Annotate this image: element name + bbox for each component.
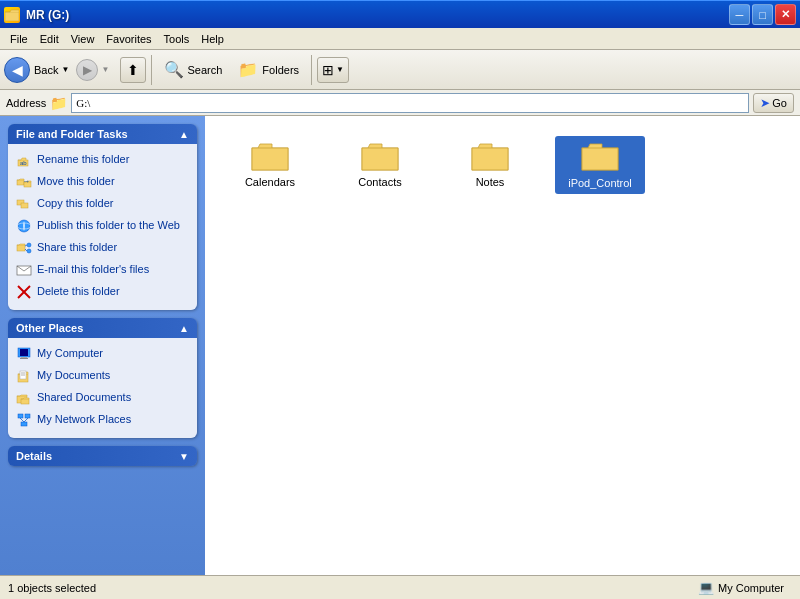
share-folder-item[interactable]: Share this folder xyxy=(14,238,191,258)
main-layout: File and Folder Tasks ▲ ab Rename this f… xyxy=(0,116,800,575)
copy-icon xyxy=(16,196,32,212)
up-button[interactable]: ⬆ xyxy=(120,57,146,83)
share-folder-label: Share this folder xyxy=(37,240,117,254)
views-button[interactable]: ⊞ ▼ xyxy=(317,57,349,83)
title-buttons: ─ □ ✕ xyxy=(729,4,796,25)
forward-icon: ▶ xyxy=(83,63,92,77)
views-icon: ⊞ xyxy=(322,62,334,78)
folder-contacts-label: Contacts xyxy=(358,176,401,188)
move-folder-item[interactable]: → Move this folder xyxy=(14,172,191,192)
svg-rect-29 xyxy=(25,414,30,418)
folder-calendars-label: Calendars xyxy=(245,176,295,188)
email-folder-item[interactable]: E-mail this folder's files xyxy=(14,260,191,280)
address-bar: Address 📁 ➤ Go xyxy=(0,90,800,116)
file-folder-tasks-header: File and Folder Tasks ▲ xyxy=(8,124,197,144)
search-button[interactable]: 🔍 Search xyxy=(157,53,230,87)
forward-button[interactable]: ▶ xyxy=(76,59,98,81)
copy-folder-item[interactable]: Copy this folder xyxy=(14,194,191,214)
search-icon: 🔍 xyxy=(164,60,184,79)
menu-tools[interactable]: Tools xyxy=(158,31,196,47)
delete-folder-label: Delete this folder xyxy=(37,284,120,298)
my-network-item[interactable]: My Network Places xyxy=(14,410,191,430)
share-icon xyxy=(16,240,32,256)
status-right: 💻 My Computer xyxy=(698,580,792,595)
my-documents-label: My Documents xyxy=(37,368,110,382)
svg-rect-28 xyxy=(18,414,23,418)
window-title: MR (G:) xyxy=(26,8,729,22)
details-section: Details ▼ xyxy=(8,446,197,466)
svg-rect-36 xyxy=(582,148,618,170)
back-icon: ◀ xyxy=(12,62,23,78)
other-places-chevron[interactable]: ▲ xyxy=(179,323,189,334)
copy-folder-label: Copy this folder xyxy=(37,196,113,210)
folder-contacts[interactable]: Contacts xyxy=(335,136,425,194)
status-bar: 1 objects selected 💻 My Computer xyxy=(0,575,800,599)
my-computer-status-label: My Computer xyxy=(718,582,784,594)
go-button[interactable]: ➤ Go xyxy=(753,93,794,113)
rename-icon: ab xyxy=(16,152,32,168)
details-header: Details ▼ xyxy=(8,446,197,466)
details-title: Details xyxy=(16,450,52,462)
window-icon xyxy=(4,7,20,23)
menu-view[interactable]: View xyxy=(65,31,101,47)
address-input[interactable] xyxy=(71,93,749,113)
folders-label: Folders xyxy=(262,64,299,76)
folder-notes[interactable]: Notes xyxy=(445,136,535,194)
svg-line-32 xyxy=(24,418,28,422)
close-button[interactable]: ✕ xyxy=(775,4,796,25)
folder-grid: Calendars Contacts xyxy=(215,126,790,204)
folders-button[interactable]: 📁 Folders xyxy=(231,53,306,87)
folders-icon: 📁 xyxy=(238,60,258,79)
menu-favorites[interactable]: Favorites xyxy=(100,31,157,47)
my-computer-item[interactable]: My Computer xyxy=(14,344,191,364)
svg-point-11 xyxy=(27,243,31,247)
rename-folder-label: Rename this folder xyxy=(37,152,129,166)
minimize-button[interactable]: ─ xyxy=(729,4,750,25)
other-places-section: Other Places ▲ My Computer xyxy=(8,318,197,438)
svg-rect-0 xyxy=(5,12,19,21)
svg-line-31 xyxy=(20,418,24,422)
content-area: Calendars Contacts xyxy=(205,116,800,575)
menu-edit[interactable]: Edit xyxy=(34,31,65,47)
svg-rect-21 xyxy=(20,358,28,359)
title-bar: MR (G:) ─ □ ✕ xyxy=(0,0,800,28)
menu-help[interactable]: Help xyxy=(195,31,230,47)
computer-icon xyxy=(16,346,32,362)
svg-rect-10 xyxy=(17,245,25,251)
menu-file[interactable]: File xyxy=(4,31,34,47)
details-chevron[interactable]: ▼ xyxy=(179,451,189,462)
search-label: Search xyxy=(188,64,223,76)
my-computer-label: My Computer xyxy=(37,346,103,360)
network-icon xyxy=(16,412,32,428)
svg-rect-27 xyxy=(21,399,29,404)
back-dropdown-icon[interactable]: ▼ xyxy=(61,65,69,74)
delete-icon xyxy=(16,284,32,300)
folder-ipod-control[interactable]: iPod_Control xyxy=(555,136,645,194)
shared-documents-icon xyxy=(16,390,32,406)
back-label: Back xyxy=(34,64,58,76)
go-label: Go xyxy=(772,97,787,109)
svg-rect-34 xyxy=(362,148,398,170)
other-places-title: Other Places xyxy=(16,322,83,334)
fwd-dropdown-icon[interactable]: ▼ xyxy=(101,65,109,74)
back-button[interactable]: ◀ xyxy=(4,57,30,83)
other-places-header: Other Places ▲ xyxy=(8,318,197,338)
folder-notes-icon xyxy=(470,140,510,172)
file-folder-tasks-chevron[interactable]: ▲ xyxy=(179,129,189,140)
maximize-button[interactable]: □ xyxy=(752,4,773,25)
status-text: 1 objects selected xyxy=(8,582,96,594)
other-places-body: My Computer My Documents xyxy=(8,338,197,438)
rename-folder-item[interactable]: ab Rename this folder xyxy=(14,150,191,170)
publish-folder-item[interactable]: Publish this folder to the Web xyxy=(14,216,191,236)
svg-text:→: → xyxy=(22,177,30,186)
my-documents-item[interactable]: My Documents xyxy=(14,366,191,386)
delete-folder-item[interactable]: Delete this folder xyxy=(14,282,191,302)
move-folder-label: Move this folder xyxy=(37,174,115,188)
email-icon xyxy=(16,262,32,278)
views-dropdown[interactable]: ▼ xyxy=(336,65,344,74)
menu-bar: File Edit View Favorites Tools Help xyxy=(0,28,800,50)
shared-documents-item[interactable]: Shared Documents xyxy=(14,388,191,408)
folder-notes-label: Notes xyxy=(476,176,505,188)
folder-ipod-control-label: iPod_Control xyxy=(565,176,635,190)
folder-calendars[interactable]: Calendars xyxy=(225,136,315,194)
